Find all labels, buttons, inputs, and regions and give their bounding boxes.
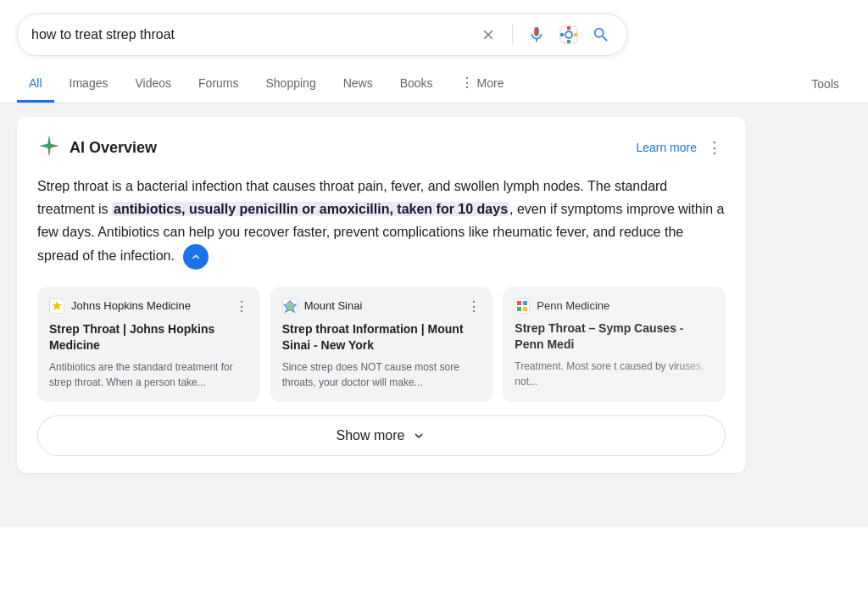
lens-button[interactable] <box>557 23 581 47</box>
source-info-ms: Mount Sinai <box>282 298 468 314</box>
source-card-jh-header: Johns Hopkins Medicine ⋮ <box>49 298 248 315</box>
chevron-down-icon <box>411 428 426 443</box>
sparkle-icon <box>37 134 61 161</box>
clear-button[interactable] <box>476 23 500 47</box>
jh-source-snippet: Antibiotics are the standard treatment f… <box>49 359 248 390</box>
show-more-button[interactable]: Show more <box>37 415 726 456</box>
ai-overview-body: Strep throat is a bacterial infection th… <box>37 175 726 270</box>
ms-source-name: Mount Sinai <box>304 299 363 312</box>
jh-source-name: Johns Hopkins Medicine <box>71 299 191 312</box>
source-cards: Johns Hopkins Medicine ⋮ Strep Throat | … <box>37 287 726 402</box>
svg-rect-2 <box>567 26 570 30</box>
source-card-ms-header: Mount Sinai ⋮ <box>282 298 481 315</box>
tab-books[interactable]: Books <box>388 66 445 103</box>
tab-tools[interactable]: Tools <box>799 67 851 101</box>
tab-videos[interactable]: Videos <box>123 66 183 103</box>
ms-favicon-icon <box>282 298 298 314</box>
collapse-button[interactable] <box>183 244 209 270</box>
ai-overview-title-area: AI Overview <box>37 134 157 161</box>
svg-point-1 <box>565 31 572 38</box>
ai-overview-title: AI Overview <box>70 139 157 157</box>
source-card-jh[interactable]: Johns Hopkins Medicine ⋮ Strep Throat | … <box>37 287 260 402</box>
pm-source-name: Penn Medicine <box>537 299 609 312</box>
svg-rect-11 <box>517 301 521 305</box>
ai-overview-card: AI Overview Learn more ⋮ Strep throat is… <box>17 117 746 473</box>
source-info-pm: Penn Medicine <box>515 298 714 314</box>
pm-source-title: Strep Throat – Symp Causes - Penn Medi <box>515 320 714 354</box>
learn-more-link[interactable]: Learn more <box>636 141 697 154</box>
ai-overview-actions: Learn more ⋮ <box>636 135 726 160</box>
source-info-jh: Johns Hopkins Medicine <box>49 298 235 314</box>
nav-tabs: All Images Videos Forums Shopping News B… <box>0 64 868 103</box>
search-icons <box>476 23 613 47</box>
show-more-label: Show more <box>337 428 405 443</box>
ai-overview-header: AI Overview Learn more ⋮ <box>37 134 726 161</box>
mic-button[interactable] <box>525 23 548 47</box>
pm-favicon-icon <box>515 298 530 314</box>
source-card-ms[interactable]: Mount Sinai ⋮ Strep throat Information |… <box>270 287 493 402</box>
tab-forums[interactable]: Forums <box>186 66 250 103</box>
source-card-pm[interactable]: Penn Medicine Strep Throat – Symp Causes… <box>503 287 726 402</box>
jh-source-more-dots[interactable]: ⋮ <box>235 298 248 315</box>
svg-rect-13 <box>517 307 521 311</box>
tab-more[interactable]: ⋮ More <box>448 64 516 103</box>
jh-favicon-icon <box>49 298 64 314</box>
three-dots-icon: ⋮ <box>460 75 474 91</box>
search-bar: how to treat strep throat <box>17 14 627 56</box>
svg-rect-3 <box>574 33 577 36</box>
svg-marker-6 <box>52 301 62 310</box>
svg-rect-5 <box>560 33 564 36</box>
ms-source-snippet: Since strep does NOT cause most sore thr… <box>282 359 481 390</box>
svg-rect-12 <box>523 301 527 305</box>
ai-bold-highlight: antibiotics, usually penicillin or amoxi… <box>112 202 509 216</box>
tab-news[interactable]: News <box>331 66 385 103</box>
source-card-pm-header: Penn Medicine <box>515 298 714 314</box>
ms-source-title: Strep throat Information | Mount Sinai -… <box>282 321 481 354</box>
search-button[interactable] <box>589 23 613 47</box>
pm-source-snippet: Treatment. Most sore t caused by viruses… <box>515 359 714 389</box>
main-content: AI Overview Learn more ⋮ Strep throat is… <box>0 103 868 527</box>
svg-rect-4 <box>567 40 570 43</box>
tab-images[interactable]: Images <box>58 66 120 103</box>
search-input[interactable]: how to treat strep throat <box>31 27 470 42</box>
divider <box>512 25 513 45</box>
tab-all[interactable]: All <box>17 66 54 103</box>
ms-source-more-dots[interactable]: ⋮ <box>467 298 481 315</box>
jh-source-title: Strep Throat | Johns Hopkins Medicine <box>49 321 248 354</box>
ai-overview-more-dots[interactable]: ⋮ <box>704 135 726 160</box>
search-bar-area: how to treat strep throat <box>0 0 868 56</box>
svg-rect-14 <box>523 307 527 311</box>
tab-shopping[interactable]: Shopping <box>254 66 328 103</box>
